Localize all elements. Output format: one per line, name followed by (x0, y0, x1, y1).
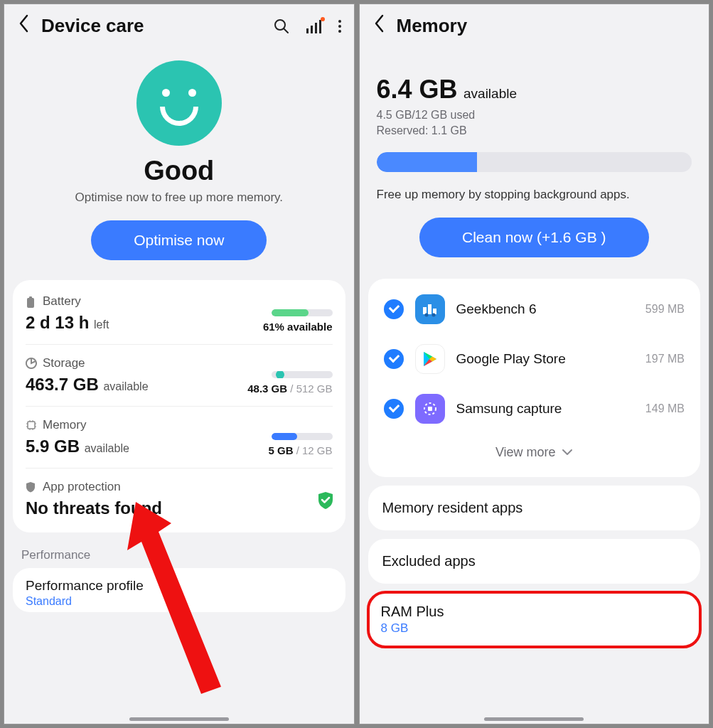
header: Memory (360, 4, 709, 46)
app-row[interactable]: Geekbench 6 599 MB (381, 284, 688, 334)
checkbox[interactable] (384, 349, 404, 369)
nav-handle[interactable] (129, 717, 229, 721)
shield-icon (26, 481, 37, 493)
app-icon (415, 294, 445, 324)
app-row[interactable]: Samsung capture 149 MB (381, 384, 688, 434)
performance-profile-item[interactable]: Performance profile Standard (13, 568, 345, 612)
optimise-button[interactable]: Optimise now (91, 220, 267, 260)
memory-usage-bar (377, 152, 692, 172)
device-care-screen: Device care Good Optimise now to free up… (4, 4, 355, 724)
status-text: Good (18, 156, 340, 186)
chevron-down-icon (562, 449, 573, 456)
view-more-button[interactable]: View more (381, 434, 688, 471)
storage-icon (26, 358, 37, 369)
overview-card: Battery 2 d 13 h left 61% available (13, 280, 345, 532)
svg-rect-3 (311, 26, 313, 33)
app-icon (415, 394, 445, 424)
excluded-apps-item[interactable]: Excluded apps (368, 539, 701, 584)
svg-rect-18 (423, 307, 427, 314)
status-sub: Optimise now to free up more memory. (18, 191, 340, 205)
svg-point-22 (431, 313, 435, 316)
svg-rect-4 (315, 23, 317, 33)
checkbox[interactable] (384, 299, 404, 319)
storage-row[interactable]: Storage 463.7 GB available 48.3 GB / 512… (26, 345, 333, 407)
svg-rect-6 (27, 298, 34, 308)
clean-now-button[interactable]: Clean now (+1.6 GB ) (419, 218, 649, 257)
more-icon[interactable] (338, 20, 341, 33)
svg-rect-7 (29, 296, 32, 299)
svg-rect-28 (428, 407, 432, 411)
back-button[interactable] (17, 11, 31, 41)
performance-section-label: Performance (4, 532, 354, 568)
memory-screen: Memory 6.4 GB available 4.5 GB/12 GB use… (359, 4, 710, 724)
status-smiley-icon (136, 60, 222, 146)
memory-summary: 6.4 GB available 4.5 GB/12 GB used Reser… (360, 46, 709, 179)
memory-row[interactable]: Memory 5.9 GB available 5 GB / 12 GB (26, 407, 333, 469)
freeup-message: Free up memory by stopping background ap… (360, 179, 709, 202)
nav-handle[interactable] (484, 717, 584, 721)
battery-row[interactable]: Battery 2 d 13 h left 61% available (26, 283, 333, 345)
shield-check-icon (317, 491, 333, 507)
battery-icon (26, 296, 37, 307)
app-icon (415, 344, 445, 374)
search-icon[interactable] (273, 18, 290, 35)
svg-point-21 (424, 313, 428, 316)
checkbox[interactable] (384, 399, 404, 419)
header: Device care (4, 4, 354, 46)
apps-card: Geekbench 6 599 MB Google Play Store 197… (368, 279, 701, 477)
ram-plus-item[interactable]: RAM Plus 8 GB (368, 592, 701, 647)
svg-rect-2 (306, 28, 309, 33)
memory-resident-item[interactable]: Memory resident apps (368, 486, 701, 530)
back-button[interactable] (372, 11, 387, 41)
battery-bar (272, 309, 333, 316)
page-title: Memory (397, 15, 697, 37)
memory-icon (26, 419, 37, 431)
protection-row[interactable]: App protection No threats found (26, 469, 333, 530)
svg-line-1 (284, 28, 288, 33)
page-title: Device care (41, 15, 263, 37)
svg-rect-19 (428, 304, 431, 314)
svg-rect-8 (28, 422, 35, 429)
status-hero: Good Optimise now to free up more memory… (4, 46, 354, 267)
svg-rect-5 (319, 20, 321, 33)
memory-bar (272, 433, 333, 440)
storage-bar (272, 371, 333, 378)
app-row[interactable]: Google Play Store 197 MB (381, 334, 688, 384)
chart-icon[interactable] (306, 18, 323, 34)
